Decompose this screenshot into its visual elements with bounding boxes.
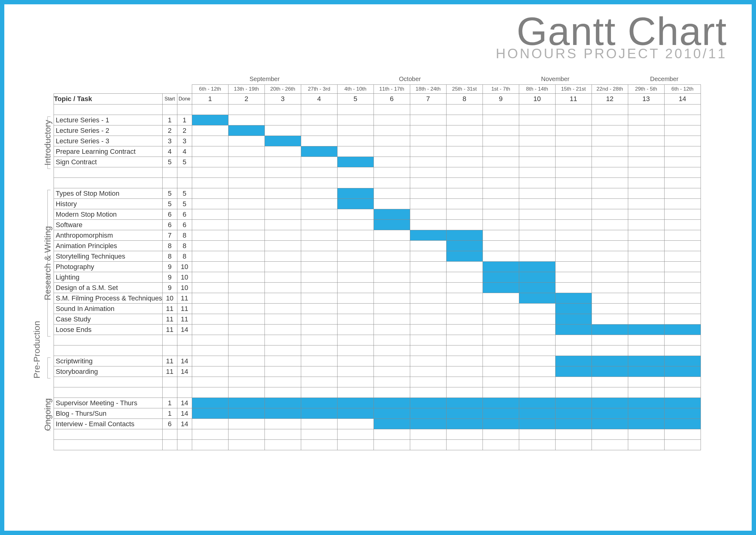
gantt-cell — [555, 188, 592, 199]
done-week-cell: 3 — [177, 136, 192, 146]
gantt-cell — [519, 387, 555, 398]
gantt-cell — [592, 104, 628, 115]
gantt-cell — [192, 104, 228, 115]
gantt-cell — [628, 126, 664, 136]
gantt-cell — [337, 335, 373, 346]
task-name-cell — [54, 335, 163, 346]
week-date-range: 6th - 12th — [192, 85, 228, 94]
gantt-cell — [301, 324, 337, 335]
done-week-cell: 5 — [177, 157, 192, 167]
gantt-cell — [664, 293, 701, 303]
gantt-cell — [337, 126, 373, 136]
gantt-cell — [301, 429, 337, 440]
gantt-cell — [337, 241, 373, 251]
gantt-cell — [228, 440, 264, 450]
column-header-start: Start — [162, 94, 177, 104]
gantt-cell — [192, 293, 228, 303]
gantt-cell — [555, 335, 592, 346]
task-name-cell: Sign Contract — [54, 157, 163, 167]
gantt-cell — [373, 283, 410, 293]
start-week-cell — [162, 377, 177, 387]
gantt-cell — [592, 440, 628, 450]
table-row — [54, 167, 701, 178]
gantt-cell — [301, 199, 337, 209]
gantt-cell — [410, 429, 446, 440]
table-row: Sound In Animation1111 — [54, 303, 701, 314]
gantt-bar-cell — [228, 398, 264, 408]
gantt-cell — [410, 188, 446, 199]
gantt-bar-cell — [664, 419, 701, 429]
section-label: Ongoing — [43, 399, 53, 431]
gantt-bar-cell — [373, 398, 410, 408]
gantt-cell — [337, 209, 373, 220]
table-row: Interview - Email Contacts614 — [54, 419, 701, 429]
week-date-range: 29th - 5th — [628, 85, 664, 94]
gantt-cell — [301, 366, 337, 377]
gantt-cell — [592, 293, 628, 303]
gantt-cell — [664, 136, 701, 146]
gantt-cell — [301, 115, 337, 126]
gantt-cell — [373, 126, 410, 136]
table-row: Loose Ends1114 — [54, 324, 701, 335]
task-name-cell: Types of Stop Motion — [54, 188, 163, 199]
gantt-cell — [555, 146, 592, 157]
section-label: Pre-Production — [32, 357, 42, 379]
task-name-cell — [54, 440, 163, 450]
gantt-cell — [628, 251, 664, 262]
gantt-bar-cell — [446, 419, 483, 429]
week-date-range: 25th - 31st — [446, 85, 483, 94]
week-number-header: 3 — [264, 94, 301, 104]
gantt-cell — [664, 167, 701, 178]
table-row: Storyboarding1114 — [54, 366, 701, 377]
start-week-cell — [162, 387, 177, 398]
table-row: Modern Stop Motion66 — [54, 209, 701, 220]
done-week-cell: 14 — [177, 366, 192, 377]
gantt-cell — [301, 272, 337, 283]
gantt-cell — [410, 220, 446, 230]
gantt-cell — [410, 366, 446, 377]
gantt-cell — [301, 356, 337, 366]
done-week-cell: 11 — [177, 293, 192, 303]
gantt-cell — [664, 199, 701, 209]
gantt-cell — [555, 115, 592, 126]
week-number-header: 6 — [373, 94, 410, 104]
gantt-table: SeptemberOctoberNovemberDecember6th - 12… — [54, 74, 701, 450]
gantt-cell — [228, 293, 264, 303]
table-row: Scriptwriting1114 — [54, 356, 701, 366]
gantt-bar-cell — [555, 366, 592, 377]
week-number-header: 2 — [228, 94, 264, 104]
gantt-cell — [483, 335, 519, 346]
start-week-cell: 6 — [162, 419, 177, 429]
gantt-cell — [228, 104, 264, 115]
gantt-cell — [592, 429, 628, 440]
start-week-cell — [162, 178, 177, 188]
gantt-cell — [664, 178, 701, 188]
table-row: Supervisor Meeting - Thurs114 — [54, 398, 701, 408]
task-name-cell: S.M. Filming Process & Techniques — [54, 293, 163, 303]
gantt-cell — [555, 220, 592, 230]
task-name-cell: Loose Ends — [54, 324, 163, 335]
done-week-cell: 10 — [177, 283, 192, 293]
gantt-cell — [228, 230, 264, 241]
gantt-cell — [592, 251, 628, 262]
start-week-cell: 11 — [162, 366, 177, 377]
gantt-cell — [592, 188, 628, 199]
gantt-cell — [446, 366, 483, 377]
gantt-cell — [410, 387, 446, 398]
task-name-cell — [54, 178, 163, 188]
gantt-bar-cell — [192, 408, 228, 419]
gantt-cell — [192, 199, 228, 209]
done-week-cell: 11 — [177, 303, 192, 314]
gantt-cell — [264, 356, 301, 366]
gantt-cell — [228, 366, 264, 377]
gantt-cell — [410, 146, 446, 157]
gantt-cell — [628, 157, 664, 167]
gantt-cell — [446, 146, 483, 157]
gantt-cell — [228, 262, 264, 272]
gantt-cell — [373, 199, 410, 209]
start-week-cell: 11 — [162, 303, 177, 314]
gantt-bar-cell — [410, 398, 446, 408]
table-row — [54, 335, 701, 346]
gantt-cell — [373, 366, 410, 377]
gantt-cell — [519, 429, 555, 440]
